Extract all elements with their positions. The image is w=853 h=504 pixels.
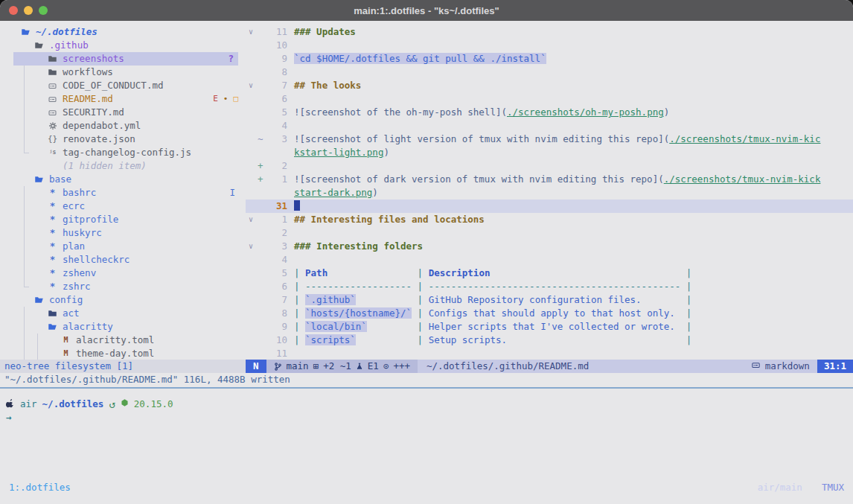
minimize-button[interactable]: [24, 6, 33, 15]
editor-line[interactable]: ∨7## The looks: [246, 79, 853, 92]
fold-chevron-icon[interactable]: ∨: [246, 213, 256, 226]
line-number: 5: [266, 267, 287, 280]
fold-chevron-icon[interactable]: ∨: [246, 25, 256, 39]
shell-prompt: air ~/.dotfiles ↺ 20.15.0: [6, 398, 853, 411]
flask-icon: [356, 362, 363, 371]
fold-chevron-icon[interactable]: ∨: [246, 79, 256, 92]
tree-item-screenshots[interactable]: screenshots?: [0, 52, 246, 66]
tree-item-tag-changelog-config-js[interactable]: ʲstag-changelog-config.js: [0, 146, 246, 159]
editor-line[interactable]: 9| `local/bin` | Helper scripts that I'v…: [246, 320, 853, 334]
line-number: [266, 186, 287, 200]
editor-line[interactable]: 5![screenshot of the oh-my-posh shell](.…: [246, 106, 853, 119]
editor-line[interactable]: ∨1## Interesting files and locations: [246, 213, 853, 226]
shell-pane[interactable]: air ~/.dotfiles ↺ 20.15.0 →: [0, 389, 853, 479]
titlebar[interactable]: main:1:.dotfiles - "ks~/.dotfiles": [0, 0, 853, 21]
git-status-icon: ↺: [109, 398, 115, 411]
indent-guide: [24, 79, 25, 92]
tree-item-label: bashrc: [63, 186, 96, 200]
tree-item-label: base: [49, 173, 71, 186]
tree-item-base[interactable]: base: [0, 173, 246, 186]
tree-item-renovate-json[interactable]: {}renovate.json: [0, 133, 246, 146]
indent-guide: [24, 267, 25, 280]
indent-guide: [24, 347, 25, 360]
indent-guide: [24, 106, 25, 119]
tree-item-dotfiles[interactable]: ~/.dotfiles: [0, 25, 246, 39]
editor-line[interactable]: +1![screenshot of dark version of tmux w…: [246, 173, 853, 186]
file-icon: [46, 82, 59, 90]
editor-line[interactable]: kstart-light.png): [246, 146, 853, 159]
editor-line[interactable]: 10| `scripts` | Setup scripts. |: [246, 334, 853, 347]
tree-item-github[interactable]: .github: [0, 39, 246, 52]
node-version: 20.15.0: [134, 398, 173, 411]
editor-line[interactable]: 6| ------------------- | ---------------…: [246, 280, 853, 293]
tree-item-label: .github: [49, 39, 89, 52]
editor-line[interactable]: 11: [246, 347, 853, 360]
editor-line[interactable]: ~3![screenshot of light version of tmux …: [246, 133, 853, 146]
line-number: 3: [266, 133, 287, 146]
editor-line[interactable]: ∨3### Interesting folders: [246, 240, 853, 253]
editor-cursor-line[interactable]: 31: [246, 200, 853, 213]
tree-item-shellcheckrc[interactable]: *shellcheckrc: [0, 253, 246, 267]
tree-item-alacritty-toml[interactable]: Malacritty.toml: [0, 334, 246, 347]
close-button[interactable]: [9, 6, 18, 15]
statusline-file-section: ~/.dotfiles/.github/README.md markdown: [418, 360, 817, 373]
tree-item-security-md[interactable]: SECURITY.md: [0, 106, 246, 119]
tree-item-zshrc[interactable]: *zshrc: [0, 280, 246, 293]
tmux-window-tab[interactable]: 1:.dotfiles: [9, 481, 71, 494]
prompt-arrow[interactable]: →: [6, 411, 853, 424]
line-number: 4: [266, 119, 287, 133]
tree-item-plan[interactable]: *plan: [0, 240, 246, 253]
toml-icon: M: [60, 334, 72, 347]
command-line-message: "~/.dotfiles/.github/README.md" 116L, 44…: [0, 373, 853, 386]
editor-line[interactable]: 10: [246, 39, 853, 52]
tree-item-1-hidden-item[interactable]: (1 hidden item): [0, 159, 246, 173]
terminal-window: main:1:.dotfiles - "ks~/.dotfiles" ~/.do…: [0, 0, 853, 504]
editor-line[interactable]: 5| Path | Description |: [246, 267, 853, 280]
tree-item-code-of-conduct-md[interactable]: CODE_OF_CONDUCT.md: [0, 79, 246, 92]
editor-line[interactable]: 4: [246, 119, 853, 133]
editor-line[interactable]: 4: [246, 253, 853, 267]
git-sign: ~: [256, 133, 266, 146]
editor-line[interactable]: 6: [246, 92, 853, 106]
tree-item-huskyrc[interactable]: *huskyrc: [0, 226, 246, 240]
editor-line[interactable]: 7| `.github` | GitHub Repository configu…: [246, 293, 853, 307]
indent-guide: [24, 213, 25, 226]
tree-item-zshenv[interactable]: *zshenv: [0, 267, 246, 280]
tree-item-label: tag-changelog-config.js: [63, 146, 191, 159]
tree-item-act[interactable]: act: [0, 307, 246, 320]
diff-icon: ⊞: [313, 360, 319, 373]
tree-item-readme-md[interactable]: README.mdE•□: [0, 92, 246, 106]
line-number: 6: [266, 280, 287, 293]
editor-line[interactable]: start-dark.png): [246, 186, 853, 200]
tree-item-workflows[interactable]: workflows: [0, 66, 246, 79]
indent-guide: [24, 200, 25, 213]
line-number: 1: [266, 173, 287, 186]
tree-item-gitprofile[interactable]: *gitprofile: [0, 213, 246, 226]
star-icon: *: [46, 213, 59, 226]
line-number: 2: [266, 159, 287, 173]
zoom-button[interactable]: [39, 6, 48, 15]
folder-open-icon: [46, 322, 59, 331]
editor-line[interactable]: 8: [246, 66, 853, 79]
editor-line[interactable]: 2: [246, 226, 853, 240]
editor-line[interactable]: +2: [246, 159, 853, 173]
folder-open-icon: [33, 41, 45, 50]
editor-line[interactable]: ∨11### Updates: [246, 25, 853, 39]
question-badge: ?: [228, 52, 234, 66]
fold-chevron-icon[interactable]: ∨: [246, 240, 256, 253]
tree-item-label: shellcheckrc: [63, 253, 130, 267]
star-icon: *: [46, 186, 59, 200]
tree-item-ecrc[interactable]: *ecrc: [0, 200, 246, 213]
tree-item-theme-day-toml[interactable]: Mtheme-day.toml: [0, 347, 246, 360]
tree-item-dependabot-yml[interactable]: dependabot.yml: [0, 119, 246, 133]
line-number: 6: [266, 92, 287, 106]
tree-item-label: gitprofile: [63, 213, 118, 226]
editor-buffer[interactable]: ∨11### Updates109`cd $HOME/.dotfiles && …: [246, 21, 853, 360]
tree-item-alacritty[interactable]: alacritty: [0, 320, 246, 334]
tree-item-label: README.md: [63, 92, 113, 106]
tree-item-bashrc[interactable]: *bashrcI: [0, 186, 246, 200]
tree-item-config[interactable]: config: [0, 293, 246, 307]
tree-item-label: (1 hidden item): [63, 159, 147, 173]
editor-line[interactable]: 8| `hosts/{hostname}/` | Configs that sh…: [246, 307, 853, 320]
editor-line[interactable]: 9`cd $HOME/.dotfiles && git pull && ./in…: [246, 52, 853, 66]
